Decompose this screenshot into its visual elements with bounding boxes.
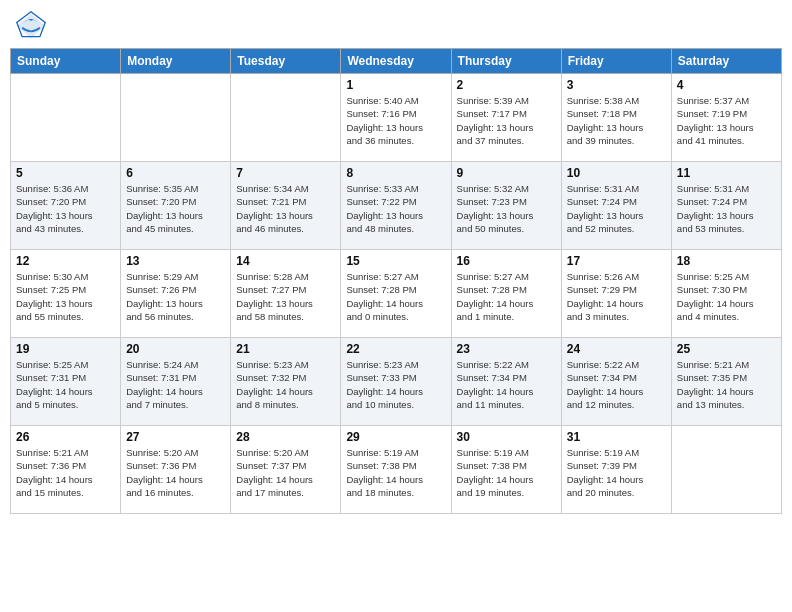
day-info: Sunrise: 5:25 AM Sunset: 7:30 PM Dayligh… xyxy=(677,270,776,323)
calendar-cell xyxy=(231,74,341,162)
calendar-cell: 17Sunrise: 5:26 AM Sunset: 7:29 PM Dayli… xyxy=(561,250,671,338)
calendar-cell: 14Sunrise: 5:28 AM Sunset: 7:27 PM Dayli… xyxy=(231,250,341,338)
weekday-header-row: SundayMondayTuesdayWednesdayThursdayFrid… xyxy=(11,49,782,74)
calendar-cell: 15Sunrise: 5:27 AM Sunset: 7:28 PM Dayli… xyxy=(341,250,451,338)
day-number: 10 xyxy=(567,166,666,180)
day-number: 18 xyxy=(677,254,776,268)
calendar-table: SundayMondayTuesdayWednesdayThursdayFrid… xyxy=(10,48,782,514)
calendar-week-4: 19Sunrise: 5:25 AM Sunset: 7:31 PM Dayli… xyxy=(11,338,782,426)
day-info: Sunrise: 5:29 AM Sunset: 7:26 PM Dayligh… xyxy=(126,270,225,323)
day-info: Sunrise: 5:38 AM Sunset: 7:18 PM Dayligh… xyxy=(567,94,666,147)
day-number: 21 xyxy=(236,342,335,356)
calendar-cell: 5Sunrise: 5:36 AM Sunset: 7:20 PM Daylig… xyxy=(11,162,121,250)
day-number: 3 xyxy=(567,78,666,92)
day-info: Sunrise: 5:30 AM Sunset: 7:25 PM Dayligh… xyxy=(16,270,115,323)
day-info: Sunrise: 5:24 AM Sunset: 7:31 PM Dayligh… xyxy=(126,358,225,411)
day-number: 26 xyxy=(16,430,115,444)
weekday-header-friday: Friday xyxy=(561,49,671,74)
day-info: Sunrise: 5:27 AM Sunset: 7:28 PM Dayligh… xyxy=(346,270,445,323)
day-number: 2 xyxy=(457,78,556,92)
calendar-week-2: 5Sunrise: 5:36 AM Sunset: 7:20 PM Daylig… xyxy=(11,162,782,250)
day-number: 7 xyxy=(236,166,335,180)
calendar-cell: 10Sunrise: 5:31 AM Sunset: 7:24 PM Dayli… xyxy=(561,162,671,250)
day-number: 28 xyxy=(236,430,335,444)
day-number: 4 xyxy=(677,78,776,92)
day-info: Sunrise: 5:33 AM Sunset: 7:22 PM Dayligh… xyxy=(346,182,445,235)
calendar-cell xyxy=(11,74,121,162)
calendar-cell xyxy=(671,426,781,514)
calendar-cell: 28Sunrise: 5:20 AM Sunset: 7:37 PM Dayli… xyxy=(231,426,341,514)
day-number: 22 xyxy=(346,342,445,356)
calendar-cell: 6Sunrise: 5:35 AM Sunset: 7:20 PM Daylig… xyxy=(121,162,231,250)
day-info: Sunrise: 5:25 AM Sunset: 7:31 PM Dayligh… xyxy=(16,358,115,411)
day-number: 23 xyxy=(457,342,556,356)
calendar-cell: 8Sunrise: 5:33 AM Sunset: 7:22 PM Daylig… xyxy=(341,162,451,250)
day-info: Sunrise: 5:34 AM Sunset: 7:21 PM Dayligh… xyxy=(236,182,335,235)
day-number: 19 xyxy=(16,342,115,356)
logo xyxy=(15,10,51,42)
weekday-header-monday: Monday xyxy=(121,49,231,74)
day-number: 27 xyxy=(126,430,225,444)
calendar-cell: 9Sunrise: 5:32 AM Sunset: 7:23 PM Daylig… xyxy=(451,162,561,250)
weekday-header-sunday: Sunday xyxy=(11,49,121,74)
day-number: 8 xyxy=(346,166,445,180)
day-info: Sunrise: 5:22 AM Sunset: 7:34 PM Dayligh… xyxy=(567,358,666,411)
calendar-cell: 12Sunrise: 5:30 AM Sunset: 7:25 PM Dayli… xyxy=(11,250,121,338)
day-info: Sunrise: 5:19 AM Sunset: 7:38 PM Dayligh… xyxy=(346,446,445,499)
day-number: 20 xyxy=(126,342,225,356)
day-number: 13 xyxy=(126,254,225,268)
day-number: 25 xyxy=(677,342,776,356)
day-number: 1 xyxy=(346,78,445,92)
day-number: 14 xyxy=(236,254,335,268)
calendar-cell: 4Sunrise: 5:37 AM Sunset: 7:19 PM Daylig… xyxy=(671,74,781,162)
logo-icon xyxy=(15,10,47,42)
day-info: Sunrise: 5:20 AM Sunset: 7:37 PM Dayligh… xyxy=(236,446,335,499)
day-number: 29 xyxy=(346,430,445,444)
day-info: Sunrise: 5:23 AM Sunset: 7:32 PM Dayligh… xyxy=(236,358,335,411)
weekday-header-saturday: Saturday xyxy=(671,49,781,74)
day-info: Sunrise: 5:39 AM Sunset: 7:17 PM Dayligh… xyxy=(457,94,556,147)
calendar-week-5: 26Sunrise: 5:21 AM Sunset: 7:36 PM Dayli… xyxy=(11,426,782,514)
day-number: 11 xyxy=(677,166,776,180)
day-info: Sunrise: 5:21 AM Sunset: 7:35 PM Dayligh… xyxy=(677,358,776,411)
day-number: 9 xyxy=(457,166,556,180)
day-info: Sunrise: 5:31 AM Sunset: 7:24 PM Dayligh… xyxy=(677,182,776,235)
calendar-cell: 31Sunrise: 5:19 AM Sunset: 7:39 PM Dayli… xyxy=(561,426,671,514)
day-info: Sunrise: 5:32 AM Sunset: 7:23 PM Dayligh… xyxy=(457,182,556,235)
day-info: Sunrise: 5:37 AM Sunset: 7:19 PM Dayligh… xyxy=(677,94,776,147)
day-info: Sunrise: 5:35 AM Sunset: 7:20 PM Dayligh… xyxy=(126,182,225,235)
calendar-week-3: 12Sunrise: 5:30 AM Sunset: 7:25 PM Dayli… xyxy=(11,250,782,338)
page-header xyxy=(10,10,782,42)
calendar-week-1: 1Sunrise: 5:40 AM Sunset: 7:16 PM Daylig… xyxy=(11,74,782,162)
calendar-cell: 19Sunrise: 5:25 AM Sunset: 7:31 PM Dayli… xyxy=(11,338,121,426)
day-info: Sunrise: 5:26 AM Sunset: 7:29 PM Dayligh… xyxy=(567,270,666,323)
calendar-cell: 30Sunrise: 5:19 AM Sunset: 7:38 PM Dayli… xyxy=(451,426,561,514)
calendar-cell: 29Sunrise: 5:19 AM Sunset: 7:38 PM Dayli… xyxy=(341,426,451,514)
day-number: 24 xyxy=(567,342,666,356)
day-info: Sunrise: 5:20 AM Sunset: 7:36 PM Dayligh… xyxy=(126,446,225,499)
day-info: Sunrise: 5:28 AM Sunset: 7:27 PM Dayligh… xyxy=(236,270,335,323)
day-info: Sunrise: 5:19 AM Sunset: 7:39 PM Dayligh… xyxy=(567,446,666,499)
calendar-cell: 26Sunrise: 5:21 AM Sunset: 7:36 PM Dayli… xyxy=(11,426,121,514)
day-info: Sunrise: 5:22 AM Sunset: 7:34 PM Dayligh… xyxy=(457,358,556,411)
day-info: Sunrise: 5:23 AM Sunset: 7:33 PM Dayligh… xyxy=(346,358,445,411)
calendar-cell: 25Sunrise: 5:21 AM Sunset: 7:35 PM Dayli… xyxy=(671,338,781,426)
calendar-cell: 27Sunrise: 5:20 AM Sunset: 7:36 PM Dayli… xyxy=(121,426,231,514)
day-number: 31 xyxy=(567,430,666,444)
calendar-cell: 11Sunrise: 5:31 AM Sunset: 7:24 PM Dayli… xyxy=(671,162,781,250)
day-info: Sunrise: 5:19 AM Sunset: 7:38 PM Dayligh… xyxy=(457,446,556,499)
day-number: 17 xyxy=(567,254,666,268)
calendar-cell: 22Sunrise: 5:23 AM Sunset: 7:33 PM Dayli… xyxy=(341,338,451,426)
weekday-header-tuesday: Tuesday xyxy=(231,49,341,74)
calendar-cell: 7Sunrise: 5:34 AM Sunset: 7:21 PM Daylig… xyxy=(231,162,341,250)
calendar-cell xyxy=(121,74,231,162)
day-number: 30 xyxy=(457,430,556,444)
calendar-cell: 20Sunrise: 5:24 AM Sunset: 7:31 PM Dayli… xyxy=(121,338,231,426)
day-info: Sunrise: 5:40 AM Sunset: 7:16 PM Dayligh… xyxy=(346,94,445,147)
day-info: Sunrise: 5:36 AM Sunset: 7:20 PM Dayligh… xyxy=(16,182,115,235)
day-info: Sunrise: 5:27 AM Sunset: 7:28 PM Dayligh… xyxy=(457,270,556,323)
day-info: Sunrise: 5:31 AM Sunset: 7:24 PM Dayligh… xyxy=(567,182,666,235)
day-number: 5 xyxy=(16,166,115,180)
weekday-header-thursday: Thursday xyxy=(451,49,561,74)
calendar-cell: 13Sunrise: 5:29 AM Sunset: 7:26 PM Dayli… xyxy=(121,250,231,338)
